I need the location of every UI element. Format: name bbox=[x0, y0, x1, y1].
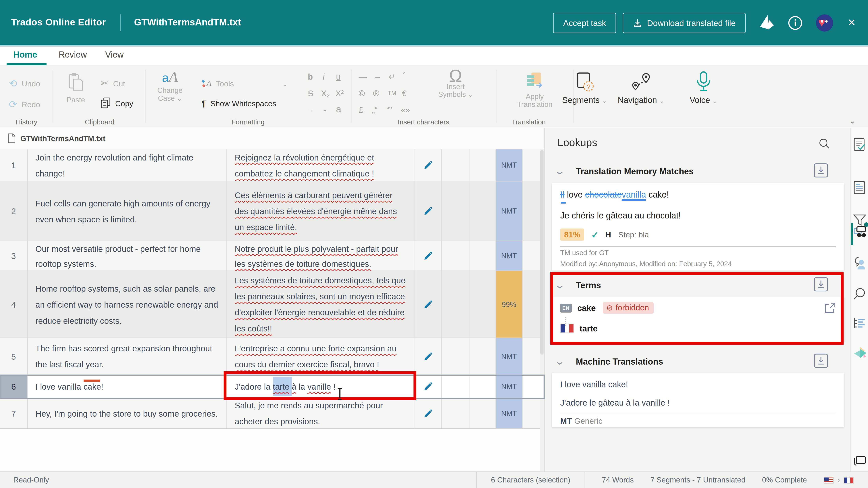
copy-button[interactable]: Copy bbox=[101, 97, 133, 109]
italic-button[interactable]: i bbox=[323, 72, 324, 82]
segment-target[interactable]: L'entreprise a connu une forte expansion… bbox=[227, 338, 415, 375]
tab-view[interactable]: View bbox=[105, 50, 124, 60]
info-icon[interactable] bbox=[788, 15, 803, 30]
tools-chevron-icon[interactable]: ⌄ bbox=[282, 81, 287, 88]
lowercase-button[interactable]: a bbox=[336, 104, 341, 115]
segment-row-4[interactable]: 4 Home rooftop systems, such as solar pa… bbox=[0, 271, 544, 338]
registered-button[interactable]: ® bbox=[373, 89, 379, 98]
apply-translation-button[interactable]: Apply Translation bbox=[509, 72, 560, 108]
bold-button[interactable]: b bbox=[308, 72, 313, 82]
group-insert-characters: Insert characters bbox=[357, 119, 490, 126]
status-cell bbox=[442, 375, 469, 398]
segment-row-5[interactable]: 5 The firm has scored great expansion th… bbox=[0, 338, 544, 375]
navigation-dropdown[interactable]: Navigation ⌄ bbox=[613, 72, 669, 105]
superscript-button[interactable]: X² bbox=[336, 89, 344, 98]
segment-row-6-selected[interactable]: 6 I love vanilla cake! J'adore la tarte … bbox=[0, 375, 544, 398]
segment-target-active[interactable]: J'adore la tarte à la vanille ! bbox=[227, 375, 415, 398]
segment-target[interactable]: Salut, je me rends au supermarché pour a… bbox=[227, 398, 415, 428]
document-structure-icon[interactable] bbox=[853, 317, 866, 330]
paste-button[interactable]: Paste bbox=[59, 73, 93, 104]
segment-target[interactable]: Ces éléments à carburant peuvent générer… bbox=[227, 182, 415, 240]
euro-button[interactable]: € bbox=[402, 89, 406, 98]
preview-document-icon[interactable] bbox=[853, 181, 866, 195]
segments-dropdown[interactable]: ? Segments ⌄ bbox=[558, 72, 611, 105]
tab-review[interactable]: Review bbox=[59, 50, 87, 60]
show-whitespaces-button[interactable]: ¶ Show Whitespaces bbox=[202, 98, 276, 108]
subscript-button[interactable]: X₂ bbox=[321, 89, 330, 98]
tab-home[interactable]: Home bbox=[13, 50, 37, 60]
segment-row-7[interactable]: 7 Hey, I'm going to the store to buy som… bbox=[0, 398, 544, 429]
chevron-down-icon: ⌄ bbox=[659, 97, 664, 104]
segment-source[interactable]: Hey, I'm going to the store to buy some … bbox=[28, 398, 227, 428]
mt-section-header[interactable]: ⌄ Machine Translations bbox=[556, 356, 663, 367]
navigation-label: Navigation bbox=[618, 95, 657, 105]
user-avatar[interactable]: ♥ bbox=[816, 14, 833, 31]
guillemets-button[interactable]: «» bbox=[401, 105, 410, 115]
review-document-icon[interactable] bbox=[853, 138, 866, 152]
pin-icon[interactable] bbox=[759, 14, 774, 31]
search-tool-icon[interactable] bbox=[853, 287, 866, 300]
change-case-button[interactable]: aA Change Case ⌄ bbox=[151, 73, 189, 102]
degree-button[interactable]: ° bbox=[403, 71, 406, 78]
segment-row-1[interactable]: 1 Join the energy revolution and fight c… bbox=[0, 150, 544, 182]
segment-target[interactable]: Rejoignez la révolution énergétique et c… bbox=[227, 150, 415, 181]
segment-source[interactable]: Our most versatile product - perfect for… bbox=[28, 241, 227, 270]
collapse-ribbon-icon[interactable]: ⌄ bbox=[849, 116, 856, 125]
tm-section-header[interactable]: ⌄ Translation Memory Matches bbox=[556, 165, 693, 177]
mt-card[interactable]: I love vanilla cake! J'adore le gâteau à… bbox=[552, 373, 844, 427]
optional-hyphen-button[interactable]: ¬ bbox=[308, 105, 313, 115]
download-translated-file-button[interactable]: Download translated file bbox=[623, 12, 745, 33]
undo-button[interactable]: ⟲ Undo bbox=[9, 77, 40, 90]
segment-edit-cell[interactable] bbox=[415, 271, 442, 337]
tools-button[interactable]: ◆◆A Tools bbox=[202, 78, 234, 88]
mt-apply-icon[interactable] bbox=[814, 354, 828, 368]
segment-source[interactable]: Fuel cells can generate high amounts of … bbox=[28, 182, 227, 240]
document-tab[interactable]: GTWithTermsAndTM.txt bbox=[0, 128, 544, 149]
german-quotes-button[interactable]: „“ bbox=[372, 105, 378, 115]
segment-edit-cell[interactable] bbox=[415, 398, 442, 428]
comments-icon[interactable] bbox=[853, 256, 866, 270]
close-icon[interactable]: ✕ bbox=[847, 17, 856, 29]
lookups-search-icon[interactable] bbox=[818, 138, 830, 150]
en-dash-button[interactable]: – bbox=[375, 72, 380, 82]
segment-edit-cell[interactable] bbox=[415, 182, 442, 240]
em-dash-button[interactable]: — bbox=[359, 72, 367, 82]
comment-cell bbox=[469, 241, 496, 270]
open-termbase-icon[interactable] bbox=[824, 302, 836, 314]
status-cell bbox=[442, 241, 469, 270]
segment-row-2[interactable]: 2 Fuel cells can generate high amounts o… bbox=[0, 182, 544, 241]
cut-button[interactable]: ✂ Cut bbox=[101, 77, 125, 89]
insert-symbols-button[interactable]: Ω Insert Symbols ⌄ bbox=[435, 72, 476, 99]
accept-task-button[interactable]: Accept task bbox=[553, 12, 616, 33]
segment-edit-cell[interactable] bbox=[415, 150, 442, 181]
segment-source[interactable]: Home rooftop systems, such as solar pane… bbox=[28, 271, 227, 337]
segment-row-3[interactable]: 3 Our most versatile product - perfect f… bbox=[0, 241, 544, 271]
hyphen-button[interactable]: - bbox=[323, 105, 326, 115]
segment-source[interactable]: I love vanilla cake! bbox=[28, 375, 227, 398]
segment-edit-cell[interactable] bbox=[415, 375, 442, 398]
voice-dropdown[interactable]: Voice ⌄ bbox=[685, 71, 722, 104]
trademark-button[interactable]: TM bbox=[388, 90, 396, 96]
underline-button[interactable]: u bbox=[336, 72, 340, 82]
segment-source[interactable]: The firm has scored great expansion thro… bbox=[28, 338, 227, 375]
read-only-status: Read-Only bbox=[13, 476, 49, 484]
segment-target[interactable]: Notre produit le plus polyvalent - parfa… bbox=[227, 241, 415, 270]
pages-icon[interactable] bbox=[853, 454, 866, 466]
strikethrough-button[interactable]: S bbox=[308, 89, 313, 98]
terms-section-header[interactable]: ⌄ Terms bbox=[556, 280, 601, 291]
lookups-binoculars-icon[interactable] bbox=[854, 225, 867, 238]
segment-source[interactable]: Join the energy revolution and fight cli… bbox=[28, 150, 227, 181]
segment-edit-cell[interactable] bbox=[415, 338, 442, 375]
segment-target[interactable]: Les systèmes de toiture domestiques, tel… bbox=[227, 271, 415, 337]
tm-apply-icon[interactable] bbox=[814, 163, 828, 177]
line-break-button[interactable]: ↵ bbox=[389, 72, 396, 82]
curly-quotes-button[interactable]: “” bbox=[386, 105, 392, 115]
terms-card[interactable]: EN cake ⊘forbidden tarte bbox=[552, 297, 844, 342]
tm-match-card[interactable]: Il love chocolatevanilla cake! Je chéris… bbox=[552, 183, 844, 270]
segment-edit-cell[interactable] bbox=[415, 241, 442, 270]
pound-button[interactable]: £ bbox=[359, 105, 363, 115]
redo-button[interactable]: ⟳ Redo bbox=[9, 98, 40, 110]
terms-apply-icon[interactable] bbox=[814, 277, 828, 292]
document-scrollbar[interactable] bbox=[540, 149, 544, 471]
copyright-button[interactable]: © bbox=[359, 89, 365, 98]
